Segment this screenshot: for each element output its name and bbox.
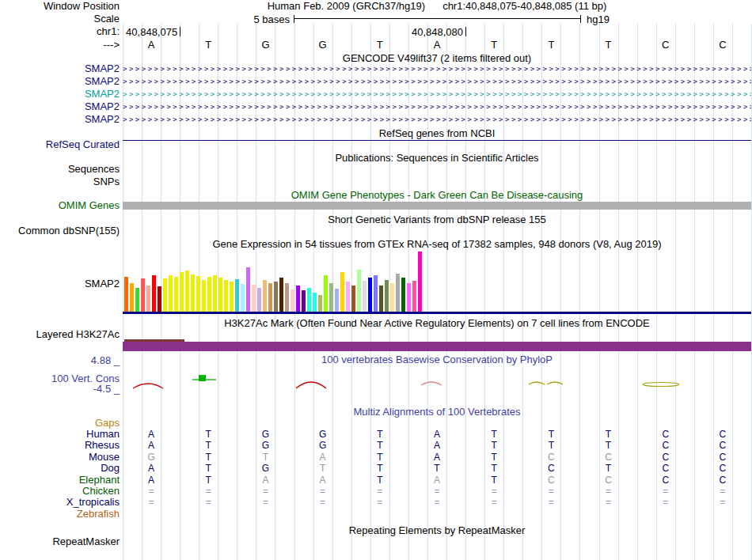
gtex-tissue-bar[interactable] xyxy=(407,283,411,312)
gtex-tissue-bar[interactable] xyxy=(401,278,405,312)
gtex-tissue-bar[interactable] xyxy=(152,275,156,312)
gtex-title[interactable]: Gene Expression in 54 tissues from GTEx … xyxy=(123,239,751,250)
gtex-tissue-bar[interactable] xyxy=(235,279,239,312)
refseq-gene-line[interactable] xyxy=(123,140,751,141)
gene-arrow-line[interactable]: >>>>>>>>>>>>>>>>>>>>>>>>>>>>>>>>>>>>>>>>… xyxy=(123,100,751,113)
gtex-tissue-bar[interactable] xyxy=(274,282,278,312)
species-label[interactable]: Rhesus xyxy=(0,440,120,451)
refseq-curated-label[interactable]: RefSeq Curated xyxy=(0,139,120,150)
gtex-tissue-bar[interactable] xyxy=(169,275,173,312)
gtex-tissue-bar[interactable] xyxy=(213,275,217,312)
phylop-min-label: -4.5 _ xyxy=(0,384,120,395)
gtex-tissue-bar[interactable] xyxy=(185,271,189,312)
h3k27ac-label[interactable]: Layered H3K27Ac xyxy=(0,329,120,340)
omim-genes-label[interactable]: OMIM Genes xyxy=(0,200,120,211)
gtex-tissue-bar[interactable] xyxy=(324,275,328,312)
gtex-bar-chart[interactable] xyxy=(124,250,422,312)
gtex-tissue-bar[interactable] xyxy=(302,290,306,312)
gtex-gene-label[interactable]: SMAP2 xyxy=(0,278,120,289)
publications-title[interactable]: Publications: Sequences in Scientific Ar… xyxy=(123,153,751,164)
gtex-tissue-bar[interactable] xyxy=(329,283,333,312)
repeatmasker-title[interactable]: Repeating Elements by RepeatMasker xyxy=(123,525,751,536)
gtex-tissue-bar[interactable] xyxy=(279,278,283,312)
gtex-tissue-bar[interactable] xyxy=(163,278,167,312)
gtex-tissue-bar[interactable] xyxy=(263,280,267,312)
species-label[interactable]: Chicken xyxy=(0,486,120,497)
gtex-tissue-bar[interactable] xyxy=(218,278,222,312)
gtex-tissue-bar[interactable] xyxy=(363,281,367,312)
gtex-tissue-bar[interactable] xyxy=(335,289,339,312)
gtex-tissue-bar[interactable] xyxy=(130,283,134,312)
gtex-tissue-bar[interactable] xyxy=(241,284,245,312)
gtex-tissue-bar[interactable] xyxy=(224,280,228,312)
species-label[interactable]: Human xyxy=(0,429,120,440)
gtex-tissue-bar[interactable] xyxy=(246,267,250,312)
gtex-tissue-bar[interactable] xyxy=(285,283,289,312)
gtex-tissue-bar[interactable] xyxy=(313,293,317,312)
species-label[interactable]: Dog xyxy=(0,463,120,474)
gtex-tissue-bar[interactable] xyxy=(268,283,272,312)
gene-label[interactable]: SMAP2 xyxy=(0,114,120,125)
phylop-track[interactable] xyxy=(123,366,751,398)
dbsnp-title[interactable]: Short Genetic Variants from dbSNP releas… xyxy=(123,214,751,225)
phylop-title[interactable]: 100 vertebrates Basewise Conservation by… xyxy=(123,354,751,365)
gtex-tissue-bar[interactable] xyxy=(180,272,184,312)
gtex-tissue-bar[interactable] xyxy=(202,280,206,312)
gene-arrow-line[interactable]: >>>>>>>>>>>>>>>>>>>>>>>>>>>>>>>>>>>>>>>>… xyxy=(123,62,751,75)
gtex-tissue-bar[interactable] xyxy=(318,295,322,312)
gtex-tissue-bar[interactable] xyxy=(351,286,355,312)
gtex-tissue-bar[interactable] xyxy=(230,282,234,312)
gtex-tissue-bar[interactable] xyxy=(418,252,422,312)
gtex-tissue-bar[interactable] xyxy=(307,288,311,312)
aligned-base: = xyxy=(320,497,325,508)
h3k27ac-title[interactable]: H3K27Ac Mark (Often Found Near Active Re… xyxy=(123,318,751,329)
gtex-tissue-bar[interactable] xyxy=(396,274,400,312)
gtex-tissue-bar[interactable] xyxy=(158,286,161,312)
species-label[interactable]: Mouse xyxy=(0,452,120,463)
gtex-tissue-bar[interactable] xyxy=(191,274,195,312)
gtex-tissue-bar[interactable] xyxy=(207,277,211,312)
gtex-tissue-bar[interactable] xyxy=(291,289,294,312)
gtex-tissue-bar[interactable] xyxy=(368,278,372,312)
omim-title[interactable]: OMIM Gene Phenotypes - Dark Green Can Be… xyxy=(123,190,751,201)
gtex-tissue-bar[interactable] xyxy=(252,285,256,312)
gtex-tissue-bar[interactable] xyxy=(124,277,128,312)
omim-genes-bar[interactable] xyxy=(123,202,751,210)
gtex-tissue-bar[interactable] xyxy=(196,276,200,312)
gtex-tissue-bar[interactable] xyxy=(340,272,344,312)
multiz-title[interactable]: Multiz Alignments of 100 Vertebrates xyxy=(123,407,751,418)
snps-label[interactable]: SNPs xyxy=(0,176,120,187)
gene-arrow-line[interactable]: >>>>>>>>>>>>>>>>>>>>>>>>>>>>>>>>>>>>>>>>… xyxy=(123,113,751,126)
repeatmasker-label[interactable]: RepeatMasker xyxy=(0,536,120,547)
aligned-base: G xyxy=(319,440,326,451)
sequences-label[interactable]: Sequences xyxy=(0,164,120,175)
species-label[interactable]: Zebrafish xyxy=(0,509,120,520)
gtex-tissue-bar[interactable] xyxy=(135,288,139,312)
gtex-tissue-bar[interactable] xyxy=(257,288,261,312)
species-label[interactable]: Elephant xyxy=(0,475,120,486)
gene-label[interactable]: SMAP2 xyxy=(0,76,120,87)
gtex-tissue-bar[interactable] xyxy=(374,275,378,312)
gtex-tissue-bar[interactable] xyxy=(296,286,300,312)
gtex-tissue-bar[interactable] xyxy=(379,286,383,312)
gtex-tissue-bar[interactable] xyxy=(357,270,361,312)
gene-arrow-line[interactable]: >>>>>>>>>>>>>>>>>>>>>>>>>>>>>>>>>>>>>>>>… xyxy=(123,75,751,88)
gaps-label[interactable]: Gaps xyxy=(0,418,120,429)
gene-arrow-line[interactable]: >>>>>>>>>>>>>>>>>>>>>>>>>>>>>>>>>>>>>>>>… xyxy=(123,88,751,100)
gene-label[interactable]: SMAP2 xyxy=(0,101,120,112)
h3k27ac-signal-bar[interactable] xyxy=(123,342,751,351)
refseq-title[interactable]: RefSeq genes from NCBI xyxy=(123,128,751,139)
gtex-tissue-bar[interactable] xyxy=(146,286,150,312)
gene-label[interactable]: SMAP2 xyxy=(0,89,120,100)
gtex-tissue-bar[interactable] xyxy=(412,281,416,312)
gtex-tissue-bar[interactable] xyxy=(141,278,145,312)
base-letter: C xyxy=(662,40,669,51)
gtex-tissue-bar[interactable] xyxy=(174,277,178,312)
gtex-tissue-bar[interactable] xyxy=(390,283,394,312)
gtex-tissue-bar[interactable] xyxy=(385,280,389,312)
gtex-tissue-bar[interactable] xyxy=(346,282,350,312)
aligned-base: C xyxy=(605,452,612,463)
species-label[interactable]: X_tropicalis xyxy=(0,497,120,508)
gene-label[interactable]: SMAP2 xyxy=(0,63,120,74)
dbsnp-label[interactable]: Common dbSNP(155) xyxy=(0,225,120,236)
